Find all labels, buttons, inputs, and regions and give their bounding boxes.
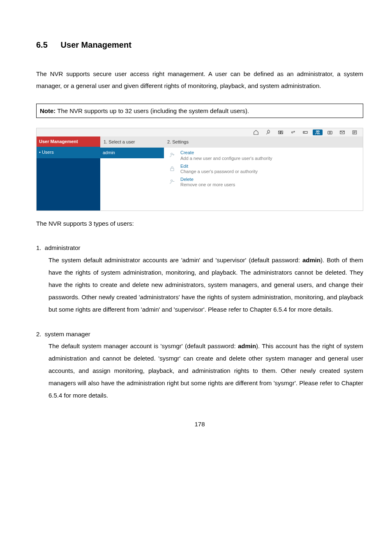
sidebar: User Management • Users [37, 136, 100, 210]
li2-title: system manager [45, 331, 90, 338]
rocket-icon[interactable] [263, 130, 273, 135]
drive-icon[interactable] [300, 130, 310, 135]
sidebar-heading: User Management [37, 136, 100, 147]
list-item-1: 1. administrator The system default admi… [36, 242, 363, 315]
li1-body: The system default administrator account… [36, 254, 363, 316]
setting-delete[interactable]: Delete Remove one or more users [168, 177, 359, 187]
svg-point-7 [318, 131, 320, 132]
setting-edit[interactable]: Edit Change a user's password or authori… [168, 164, 359, 174]
toolbar [100, 128, 363, 136]
user-item-admin[interactable]: admin [100, 148, 164, 158]
types-caption: The NVR supports 3 types of users: [36, 217, 363, 229]
svg-point-3 [294, 131, 295, 132]
settings-heading: 2. Settings [164, 136, 363, 148]
svg-point-2 [292, 132, 293, 133]
setting-create-desc: Add a new user and configure user's auth… [180, 156, 272, 161]
users-icon[interactable] [313, 130, 323, 135]
folders-icon[interactable] [276, 130, 286, 135]
section-number: 6.5 [36, 37, 58, 53]
page-number: 178 [36, 418, 363, 430]
gears-icon[interactable] [288, 130, 298, 135]
li1-num: 1. [36, 244, 42, 251]
svg-point-14 [171, 180, 173, 182]
sidebar-item-users[interactable]: • Users [37, 147, 100, 158]
li2-body: The default system manager account is 's… [36, 340, 363, 402]
setting-create[interactable]: Create Add a new user and configure user… [168, 150, 359, 161]
svg-point-6 [316, 131, 318, 132]
note-text: The NVR supports up to 32 users (includi… [55, 107, 249, 114]
svg-point-5 [304, 132, 304, 132]
setting-create-title: Create [180, 150, 272, 155]
settings-column: 2. Settings Create Add a new user and co… [164, 136, 363, 210]
home-icon[interactable] [251, 130, 261, 135]
add-user-icon [168, 150, 176, 160]
lock-icon [168, 164, 176, 173]
select-user-column: 1. Select a user admin [100, 136, 164, 210]
svg-point-9 [329, 132, 331, 134]
svg-rect-8 [328, 131, 332, 134]
intro-paragraph: The NVR supports secure user access righ… [36, 68, 363, 92]
list-item-2: 2. system manager The default system man… [36, 328, 363, 402]
setting-delete-title: Delete [180, 177, 235, 182]
svg-rect-13 [171, 168, 174, 171]
svg-point-12 [171, 153, 173, 155]
note-label: Note: [40, 107, 55, 114]
section-title: User Management [61, 40, 131, 49]
select-user-heading: 1. Select a user [100, 136, 164, 148]
camera-icon[interactable] [325, 130, 335, 135]
note-box: Note: The NVR supports up to 32 users (i… [36, 104, 363, 118]
envelope-icon[interactable] [337, 130, 347, 135]
topbar-gutter [37, 128, 100, 136]
li1-title: administrator [45, 244, 81, 251]
section-heading: 6.5 User Management [36, 37, 363, 53]
app-panel: User Management • Users 1. Select a user… [36, 128, 363, 211]
setting-edit-title: Edit [180, 164, 258, 169]
logs-icon[interactable] [350, 130, 360, 135]
li2-num: 2. [36, 331, 42, 338]
setting-delete-desc: Remove one or more users [180, 182, 235, 187]
remove-user-icon [168, 177, 176, 187]
setting-edit-desc: Change a user's password or authority [180, 169, 258, 174]
